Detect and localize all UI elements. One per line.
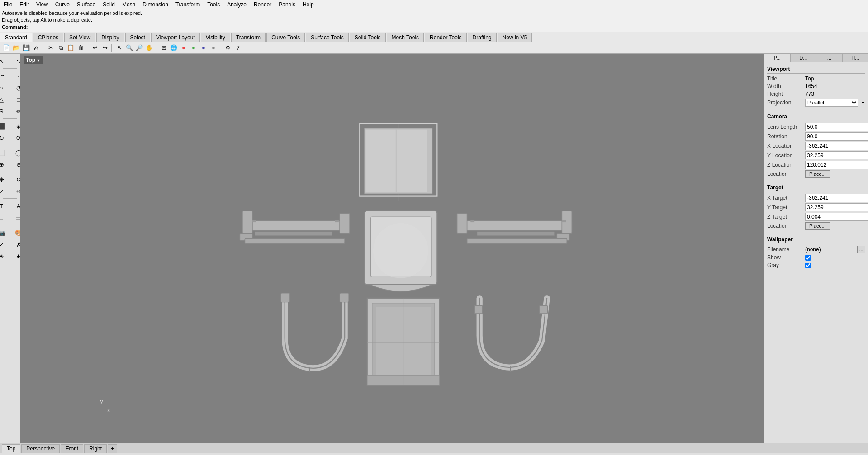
redo-icon[interactable]: ↪ <box>100 43 109 52</box>
render-preview-icon[interactable]: 🌐 <box>169 43 178 52</box>
save-icon[interactable]: 💾 <box>22 43 31 52</box>
print-icon[interactable]: 🖨 <box>32 43 41 52</box>
zoom-in-icon[interactable]: 🔍 <box>125 43 134 52</box>
yloc-input[interactable] <box>805 151 868 159</box>
scale-icon[interactable]: ⤢ <box>0 186 9 197</box>
panel-tab-layers[interactable]: ... <box>816 54 843 62</box>
rect-icon[interactable]: □ <box>10 94 20 105</box>
menu-mesh[interactable]: Mesh <box>120 1 137 8</box>
viewport-tab-front[interactable]: Front <box>61 444 83 453</box>
filename-browse-button[interactable]: ... <box>857 246 865 253</box>
tab-solid-tools[interactable]: Solid Tools <box>350 33 386 42</box>
zoom-out-icon[interactable]: 🔎 <box>135 43 144 52</box>
ztarget-input[interactable] <box>805 213 868 221</box>
render-icon[interactable]: ● <box>209 43 218 52</box>
wireframe-icon[interactable]: ● <box>199 43 208 52</box>
menu-edit[interactable]: Edit <box>18 1 31 8</box>
sweep-icon[interactable]: ⟳ <box>10 132 20 143</box>
mirror-icon[interactable]: ⇔ <box>10 186 20 197</box>
open-icon[interactable]: 📂 <box>12 43 21 52</box>
loft-icon[interactable]: ◈ <box>10 121 20 131</box>
show-checkbox[interactable] <box>805 255 811 261</box>
menu-panels[interactable]: Panels <box>277 1 297 8</box>
render-mode-icon[interactable]: ● <box>189 43 198 52</box>
gray-checkbox[interactable] <box>805 263 811 268</box>
boolean-diff-icon[interactable]: ⊖ <box>10 159 20 170</box>
tab-render-tools[interactable]: Render Tools <box>425 33 467 42</box>
rotation-input[interactable] <box>805 132 868 141</box>
camera-view-icon[interactable]: 📷 <box>0 227 9 238</box>
target-place-button[interactable]: Place... <box>805 222 830 230</box>
menu-dimension[interactable]: Dimension <box>141 1 170 8</box>
projection-select[interactable]: Parallel Perspective <box>805 99 858 107</box>
paste-icon[interactable]: 📋 <box>66 43 75 52</box>
menu-file[interactable]: File <box>2 1 14 8</box>
panel-tab-properties[interactable]: P... <box>764 54 791 62</box>
select-icon[interactable]: ↖ <box>115 43 124 52</box>
menu-view[interactable]: View <box>34 1 50 8</box>
x-icon[interactable]: ✗ <box>10 239 20 250</box>
revolve-icon[interactable]: ↻ <box>0 132 9 143</box>
panel-tab-help[interactable]: H... <box>843 54 868 62</box>
select-tool-icon[interactable]: ↖ <box>0 56 9 66</box>
lens-input[interactable] <box>805 123 868 131</box>
zloc-input[interactable] <box>805 161 868 169</box>
sun-icon[interactable]: ☀ <box>0 251 9 262</box>
grid-icon[interactable]: ⊞ <box>159 43 168 52</box>
select-sub-icon[interactable]: ⤡ <box>10 56 20 66</box>
viewport[interactable]: Top <box>20 54 764 443</box>
menu-analyze[interactable]: Analyze <box>225 1 248 8</box>
shaded-icon[interactable]: ● <box>179 43 188 52</box>
pan-icon[interactable]: ✋ <box>145 43 154 52</box>
spline-icon[interactable]: S <box>0 106 9 117</box>
viewport-tab-perspective[interactable]: Perspective <box>21 444 60 453</box>
tab-drafting[interactable]: Drafting <box>468 33 497 42</box>
dimension-icon[interactable]: T <box>0 201 9 211</box>
ytarget-input[interactable] <box>805 203 868 211</box>
tab-visibility[interactable]: Visibility <box>201 33 230 42</box>
box-icon[interactable]: ⬜ <box>0 147 9 158</box>
tab-cplanes[interactable]: CPlanes <box>33 33 63 42</box>
tab-select[interactable]: Select <box>125 33 150 42</box>
undo-icon[interactable]: ↩ <box>90 43 100 52</box>
draw-point-icon[interactable]: · <box>10 70 20 81</box>
tab-mesh-tools[interactable]: Mesh Tools <box>387 33 424 42</box>
star-icon[interactable]: ★ <box>10 251 20 262</box>
menu-solid[interactable]: Solid <box>101 1 117 8</box>
options-icon[interactable]: ⚙ <box>223 43 232 52</box>
tab-setview[interactable]: Set View <box>64 33 95 42</box>
tab-standard[interactable]: Standard <box>0 33 32 42</box>
rotate-icon[interactable]: ↺ <box>10 174 20 185</box>
tab-viewport-layout[interactable]: Viewport Layout <box>151 33 200 42</box>
extrude-icon[interactable]: ⬛ <box>0 121 9 131</box>
layers-icon[interactable]: ≡ <box>0 212 9 223</box>
polyline-icon[interactable]: △ <box>0 94 9 105</box>
sphere-icon[interactable]: ◯ <box>10 147 20 158</box>
xloc-input[interactable] <box>805 142 868 150</box>
render-final-icon[interactable]: 🎨 <box>10 227 20 238</box>
new-icon[interactable]: 📄 <box>2 43 11 52</box>
arc-icon[interactable]: ◔ <box>10 82 20 93</box>
text-icon[interactable]: A <box>10 201 20 211</box>
menu-curve[interactable]: Curve <box>53 1 71 8</box>
tab-surface-tools[interactable]: Surface Tools <box>306 33 349 42</box>
viewport-tab-add[interactable]: + <box>108 444 117 453</box>
tab-curve-tools[interactable]: Curve Tools <box>266 33 305 42</box>
move-icon[interactable]: ✥ <box>0 174 9 185</box>
freeform-icon[interactable]: ✏ <box>10 106 20 117</box>
properties-icon[interactable]: ☰ <box>10 212 20 223</box>
help-icon[interactable]: ? <box>233 43 242 52</box>
menu-transform[interactable]: Transform <box>174 1 202 8</box>
viewport-tab-top[interactable]: Top <box>2 444 20 453</box>
camera-place-button[interactable]: Place... <box>805 170 830 178</box>
menu-surface[interactable]: Surface <box>75 1 97 8</box>
tab-display[interactable]: Display <box>96 33 124 42</box>
circle-icon[interactable]: ○ <box>0 82 9 93</box>
boolean-union-icon[interactable]: ⊕ <box>0 159 9 170</box>
menu-tools[interactable]: Tools <box>205 1 222 8</box>
panel-tab-display[interactable]: D... <box>791 54 817 62</box>
draw-curve-icon[interactable]: 〜 <box>0 70 9 81</box>
delete-icon[interactable]: 🗑 <box>76 43 85 52</box>
copy-icon[interactable]: ⧉ <box>56 43 65 52</box>
menu-render[interactable]: Render <box>252 1 273 8</box>
